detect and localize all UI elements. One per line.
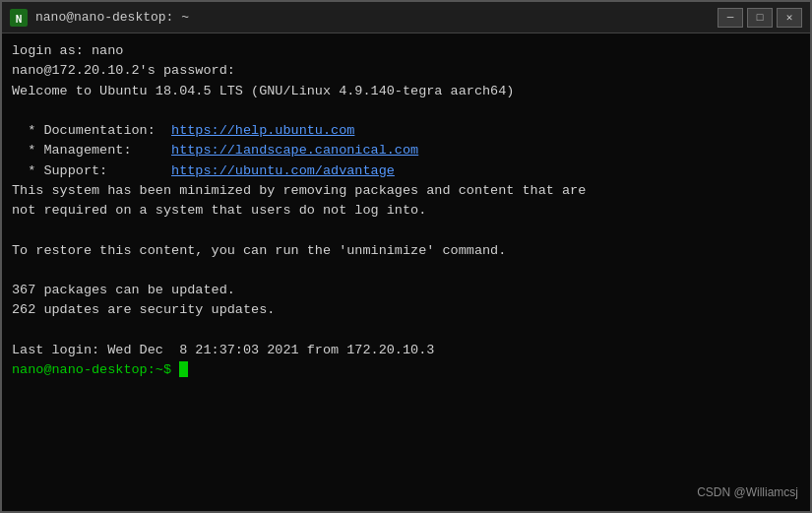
terminal-line-empty <box>12 261 800 281</box>
terminal-line-empty <box>12 101 800 121</box>
terminal-line: login as: nano <box>12 41 800 61</box>
app-icon: N <box>10 9 28 27</box>
svg-text:N: N <box>16 13 23 26</box>
terminal-line: not required on a system that users do n… <box>12 201 800 221</box>
terminal-line-empty <box>12 321 800 341</box>
support-link: https://ubuntu.com/advantage <box>171 163 395 178</box>
close-button[interactable]: ✕ <box>777 8 802 28</box>
doc-link: https://help.ubuntu.com <box>171 123 354 138</box>
terminal-line: Welcome to Ubuntu 18.04.5 LTS (GNU/Linux… <box>12 82 800 101</box>
window-controls: ─ □ ✕ <box>718 8 802 28</box>
mgmt-link: https://landscape.canonical.com <box>171 143 418 158</box>
terminal-line: This system has been minimized by removi… <box>12 181 800 201</box>
watermark: CSDN @Williamcsj <box>697 483 798 501</box>
terminal-line: * Support: https://ubuntu.com/advantage <box>12 161 800 181</box>
maximize-button[interactable]: □ <box>747 8 773 28</box>
terminal-line: nano@172.20.10.2's password: <box>12 61 800 81</box>
cursor <box>179 361 188 377</box>
terminal-prompt-line: nano@nano-desktop:~$ <box>12 360 800 380</box>
terminal-line: Last login: Wed Dec 8 21:37:03 2021 from… <box>12 341 800 360</box>
terminal-line-empty <box>12 221 800 240</box>
terminal-body[interactable]: login as: nano nano@172.20.10.2's passwo… <box>2 33 810 511</box>
terminal-line: * Documentation: https://help.ubuntu.com <box>12 121 800 141</box>
terminal-line: * Management: https://landscape.canonica… <box>12 141 800 160</box>
terminal-line: 367 packages can be updated. <box>12 281 800 300</box>
minimize-button[interactable]: ─ <box>718 8 743 28</box>
prompt: nano@nano-desktop:~$ <box>12 362 179 377</box>
terminal-window: N nano@nano-desktop: ~ ─ □ ✕ login as: n… <box>0 0 812 513</box>
terminal-line: 262 updates are security updates. <box>12 300 800 320</box>
terminal-line: To restore this content, you can run the… <box>12 241 800 261</box>
titlebar: N nano@nano-desktop: ~ ─ □ ✕ <box>2 2 810 33</box>
window-title: nano@nano-desktop: ~ <box>35 10 718 25</box>
